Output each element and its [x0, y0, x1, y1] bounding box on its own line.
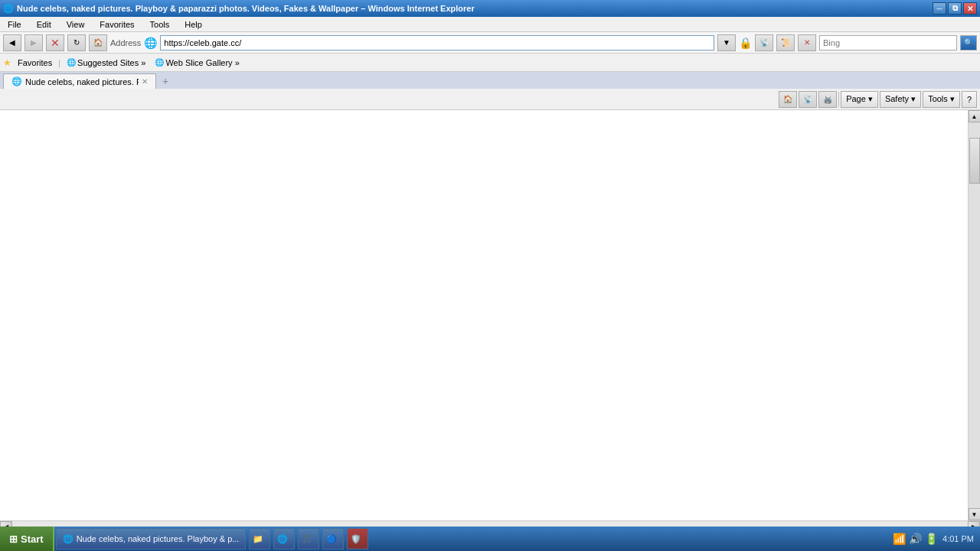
menu-edit[interactable]: Edit: [32, 20, 56, 29]
taskbar-media-icon: 🎵: [302, 534, 312, 544]
taskbar-ie-icon: 🌐: [63, 534, 74, 544]
menu-help[interactable]: Help: [180, 20, 207, 29]
favorites-bar: ★ Favorites | 🌐 Suggested Sites » 🌐 Web …: [0, 54, 980, 72]
taskbar-right: 📶 🔊 🔋 4:01 PM: [887, 533, 980, 545]
vertical-scrollbar[interactable]: ▲ ▼: [968, 110, 980, 520]
toolbar-rss-button[interactable]: 📡: [799, 91, 817, 108]
main-tab[interactable]: 🌐 Nude celebs, naked pictures. Playboy &…: [3, 73, 156, 89]
separator-1: |: [58, 58, 60, 67]
tab-bar: 🌐 Nude celebs, naked pictures. Playboy &…: [0, 72, 980, 89]
taskbar-chrome-icon: 🔵: [326, 534, 337, 544]
rss-button[interactable]: 📡: [755, 34, 773, 51]
address-input[interactable]: [160, 35, 714, 51]
stop-button[interactable]: ✕: [46, 34, 64, 51]
refresh-button[interactable]: ↻: [67, 34, 86, 51]
page-label: Page ▾: [846, 94, 873, 104]
content-area: ANY▶RUN ▲ ▼: [0, 110, 980, 520]
tab-icon: 🌐: [11, 77, 22, 86]
taskbar-security-item[interactable]: 🛡️: [347, 528, 368, 549]
suggested-sites-icon: 🌐: [67, 58, 76, 67]
taskbar-window-label: Nude celebs, naked pictures. Playboy & p…: [77, 534, 240, 543]
tray-speaker-icon: 🔊: [909, 533, 922, 545]
taskbar-items: 🌐 Nude celebs, naked pictures. Playboy &…: [54, 527, 371, 551]
scroll-up-button[interactable]: ▲: [969, 110, 981, 122]
browser-icon: 🌐: [3, 4, 14, 14]
scroll-thumb[interactable]: [969, 138, 980, 184]
taskbar-folder-item[interactable]: 📁: [249, 528, 270, 549]
tray-icons: 📶 🔊 🔋: [893, 533, 938, 545]
title-bar: 🌐 Nude celebs, naked pictures. Playboy &…: [0, 0, 980, 17]
search-button[interactable]: 🔍: [960, 35, 977, 51]
scroll-track[interactable]: [969, 122, 981, 508]
close-search-button[interactable]: ✕: [798, 34, 816, 51]
lock-icon: 🔒: [739, 37, 752, 49]
menu-file[interactable]: File: [3, 20, 26, 29]
certificate-button[interactable]: 📜: [776, 34, 795, 51]
taskbar-security-icon: 🛡️: [351, 534, 361, 544]
address-bar: ◀ ▶ ✕ ↻ 🏠 Address 🌐 ▼ 🔒 📡 📜 ✕ 🔍: [0, 32, 980, 54]
taskbar-media-item[interactable]: 🎵: [298, 528, 319, 549]
new-tab-button[interactable]: +: [158, 73, 173, 89]
address-label: Address: [110, 38, 141, 47]
safety-label: Safety ▾: [885, 94, 916, 104]
close-button[interactable]: ✕: [963, 2, 977, 15]
menu-tools[interactable]: Tools: [145, 20, 175, 29]
minimize-button[interactable]: ─: [933, 2, 946, 15]
favorites-label: Favorites: [18, 58, 52, 67]
taskbar: ⊞ Start 🌐 Nude celebs, naked pictures. P…: [0, 527, 980, 551]
toolbar-print-button[interactable]: 🖨️: [818, 91, 837, 108]
safety-menu-button[interactable]: Safety ▾: [880, 91, 921, 108]
toolbar-separator-1: [838, 92, 839, 107]
address-dropdown-button[interactable]: ▼: [717, 34, 736, 51]
page-menu-button[interactable]: Page ▾: [841, 91, 878, 108]
web-slice-gallery-button[interactable]: 🌐 Web Slice Gallery »: [152, 58, 242, 67]
suggested-sites-label: Suggested Sites »: [77, 58, 145, 67]
web-slice-icon: 🌐: [155, 58, 164, 67]
tab-close-button[interactable]: ✕: [142, 77, 148, 86]
search-input[interactable]: [819, 35, 957, 51]
page-content: ANY▶RUN: [0, 110, 968, 520]
home-button[interactable]: 🏠: [89, 34, 107, 51]
web-slice-label: Web Slice Gallery »: [165, 58, 239, 67]
taskbar-ie2-icon: 🌐: [277, 534, 288, 544]
menu-favorites[interactable]: Favorites: [95, 20, 139, 29]
tray-battery-icon: 🔋: [925, 533, 938, 545]
start-button[interactable]: ⊞ Start: [0, 527, 54, 551]
suggested-sites-button[interactable]: 🌐 Suggested Sites »: [64, 58, 149, 67]
toolbar-home-button[interactable]: 🏠: [779, 91, 797, 108]
tray-network-icon: 📶: [893, 533, 906, 545]
favorites-star-icon: ★: [3, 57, 11, 68]
favorites-button[interactable]: Favorites: [15, 58, 55, 67]
anyrun-watermark: ANY▶RUN: [895, 496, 965, 513]
taskbar-chrome-item[interactable]: 🔵: [322, 528, 344, 549]
start-label: Start: [21, 533, 44, 545]
help-button[interactable]: ?: [962, 91, 977, 108]
clock[interactable]: 4:01 PM: [942, 534, 974, 543]
toolbar-row: 🏠 📡 🖨️ Page ▾ Safety ▾ Tools ▾ ?: [0, 89, 980, 110]
scroll-down-button[interactable]: ▼: [969, 508, 981, 520]
tab-label: Nude celebs, naked pictures. Playboy & p…: [25, 77, 139, 86]
windows-logo: ⊞: [9, 533, 18, 545]
forward-button[interactable]: ▶: [24, 34, 43, 51]
tools-label: Tools ▾: [928, 94, 955, 104]
menu-view[interactable]: View: [62, 20, 90, 29]
taskbar-explorer-item[interactable]: 🌐 Nude celebs, naked pictures. Playboy &…: [56, 528, 247, 549]
window-title: Nude celebs, naked pictures. Playboy & p…: [17, 4, 475, 13]
tools-menu-button[interactable]: Tools ▾: [923, 91, 960, 108]
taskbar-ie2-item[interactable]: 🌐: [273, 528, 295, 549]
restore-button[interactable]: ⧉: [948, 2, 962, 15]
taskbar-folder-icon: 📁: [253, 534, 263, 544]
security-icon: 🌐: [144, 37, 157, 49]
help-label: ?: [967, 95, 972, 104]
back-button[interactable]: ◀: [3, 34, 21, 51]
menu-bar: File Edit View Favorites Tools Help: [0, 17, 980, 32]
